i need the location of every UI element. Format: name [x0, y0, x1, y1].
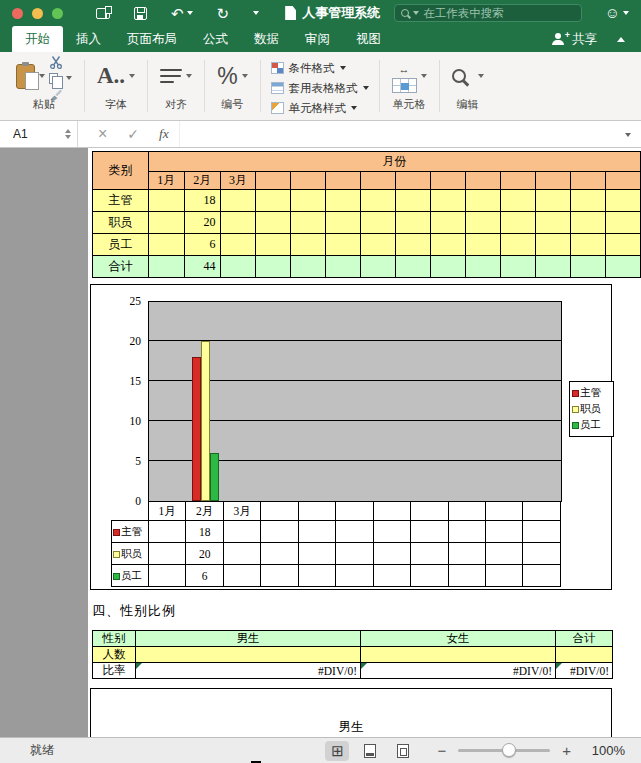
name-box-stepper[interactable] — [65, 129, 71, 139]
feedback-smiley-button[interactable] — [605, 4, 629, 22]
cell[interactable] — [501, 212, 536, 234]
cell[interactable] — [536, 256, 571, 278]
chart-bar-职员[interactable] — [201, 341, 210, 501]
cell[interactable] — [326, 190, 361, 212]
zoom-in-button[interactable] — [562, 742, 571, 759]
name-box[interactable]: A1 — [0, 121, 78, 147]
cell-corner[interactable]: 类别 — [93, 152, 149, 190]
cell-group-header[interactable]: 月份 — [148, 152, 640, 172]
gender-cell[interactable]: #DIV/0! — [136, 663, 361, 679]
paste-button[interactable] — [16, 64, 45, 89]
search-input[interactable] — [423, 7, 553, 19]
redo-button[interactable] — [217, 6, 230, 21]
cell-month-header[interactable] — [396, 172, 431, 190]
quick-actions-icon[interactable] — [253, 11, 259, 15]
search-box[interactable] — [394, 4, 582, 22]
chart-plot-area[interactable] — [148, 301, 562, 502]
close-button[interactable] — [12, 8, 23, 19]
cell[interactable] — [605, 212, 640, 234]
cell[interactable] — [361, 190, 396, 212]
collapse-ribbon-button[interactable] — [617, 37, 625, 42]
gender-cell[interactable]: #DIV/0! — [556, 663, 613, 679]
editing-group[interactable]: 编辑 — [446, 56, 490, 120]
gender-row-label[interactable]: 人数 — [93, 647, 136, 663]
cell[interactable] — [256, 190, 291, 212]
cell[interactable]: 44 — [184, 256, 220, 278]
cell[interactable] — [466, 256, 501, 278]
number-group[interactable]: % 编号 — [211, 56, 253, 120]
page-break-view-button[interactable] — [391, 741, 415, 761]
cancel-icon[interactable] — [98, 125, 107, 143]
gender-cell[interactable] — [136, 647, 361, 663]
format-as-table-button[interactable]: 套用表格格式 — [271, 80, 369, 96]
cell[interactable] — [536, 212, 571, 234]
cell[interactable] — [501, 190, 536, 212]
cell[interactable] — [501, 234, 536, 256]
cell-month-header[interactable] — [326, 172, 361, 190]
cell[interactable] — [396, 234, 431, 256]
cell-month-header[interactable] — [361, 172, 396, 190]
conditional-format-button[interactable]: 条件格式 — [271, 60, 369, 76]
zoom-out-button[interactable] — [437, 742, 446, 759]
cell[interactable] — [431, 234, 466, 256]
tab-review[interactable]: 审阅 — [292, 26, 343, 52]
tab-data[interactable]: 数据 — [241, 26, 292, 52]
cell[interactable] — [431, 190, 466, 212]
panes-icon[interactable] — [96, 8, 110, 19]
gender-header-cell[interactable]: 女生 — [361, 631, 556, 647]
cell[interactable] — [571, 234, 606, 256]
cell-month-header[interactable]: 2月 — [184, 172, 220, 190]
chart-bar-主管[interactable] — [192, 357, 201, 501]
cell-month-header[interactable] — [571, 172, 606, 190]
enter-icon[interactable] — [127, 126, 139, 142]
cell-month-header[interactable]: 3月 — [220, 172, 256, 190]
cell-row-label[interactable]: 合计 — [93, 256, 149, 278]
cell[interactable] — [220, 190, 256, 212]
cell-month-header[interactable] — [501, 172, 536, 190]
cell[interactable] — [431, 256, 466, 278]
cell[interactable] — [571, 256, 606, 278]
cell[interactable] — [361, 256, 396, 278]
cell[interactable] — [148, 256, 184, 278]
normal-view-button[interactable] — [325, 741, 349, 761]
cell-row-label[interactable]: 主管 — [93, 190, 149, 212]
chart-bar-员工[interactable] — [210, 453, 219, 501]
cell[interactable] — [466, 234, 501, 256]
cell[interactable] — [466, 190, 501, 212]
minimize-button[interactable] — [32, 8, 43, 19]
cell[interactable] — [326, 256, 361, 278]
cell[interactable] — [256, 234, 291, 256]
fullscreen-button[interactable] — [52, 8, 63, 19]
zoom-level[interactable]: 100% — [585, 743, 625, 758]
cell[interactable] — [396, 190, 431, 212]
cut-button[interactable] — [49, 56, 63, 69]
cell[interactable] — [148, 234, 184, 256]
column-chart[interactable]: 1月2月3月主管18职员20员工6 主管职员员工 0510152025 — [90, 284, 612, 590]
cell[interactable] — [361, 234, 396, 256]
page-layout-view-button[interactable] — [358, 741, 382, 761]
copy-button[interactable] — [49, 72, 72, 85]
cell[interactable] — [571, 190, 606, 212]
cell[interactable] — [148, 190, 184, 212]
legend-entry[interactable]: 职员 — [572, 401, 611, 417]
cell[interactable] — [148, 212, 184, 234]
cell[interactable] — [501, 256, 536, 278]
cell-month-header[interactable] — [256, 172, 291, 190]
save-icon[interactable] — [134, 7, 147, 20]
cell-row-label[interactable]: 员工 — [93, 234, 149, 256]
cell[interactable] — [571, 212, 606, 234]
gender-header-cell[interactable]: 男生 — [136, 631, 361, 647]
cell-month-header[interactable] — [605, 172, 640, 190]
gender-header-cell[interactable]: 性别 — [93, 631, 136, 647]
cell[interactable] — [605, 234, 640, 256]
gender-chart-box[interactable]: 男生 — [90, 688, 612, 737]
cell[interactable] — [605, 190, 640, 212]
gender-header-cell[interactable]: 合计 — [556, 631, 613, 647]
tab-formulas[interactable]: 公式 — [190, 26, 241, 52]
cell[interactable] — [256, 212, 291, 234]
gender-row-label[interactable]: 比率 — [93, 663, 136, 679]
cells-group[interactable]: 单元格 — [386, 56, 433, 120]
gender-cell[interactable]: #DIV/0! — [361, 663, 556, 679]
cell[interactable]: 6 — [184, 234, 220, 256]
cell-styles-button[interactable]: 单元格样式 — [271, 100, 369, 116]
